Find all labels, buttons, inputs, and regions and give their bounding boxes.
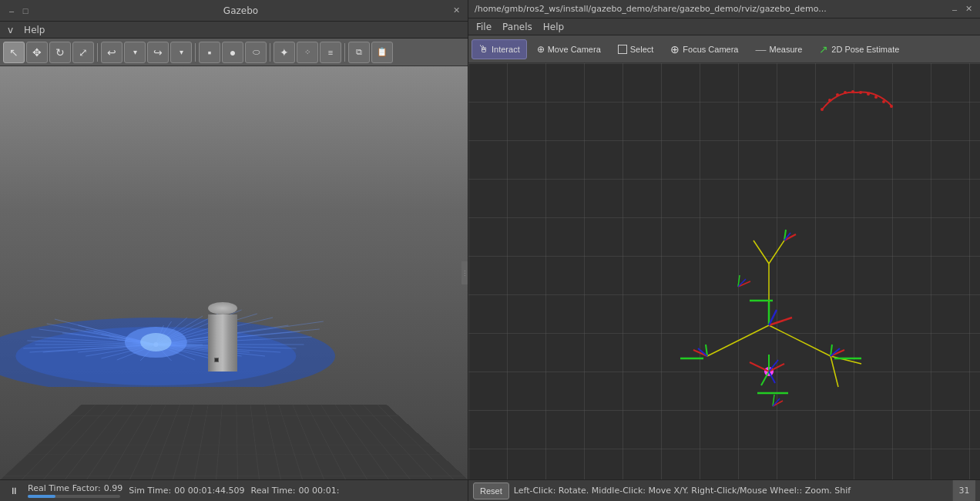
measure-icon: — [755, 43, 766, 55]
gazebo-tool-sun[interactable]: ✦ [274, 42, 295, 63]
gazebo-tool-redo[interactable]: ↪ [147, 42, 169, 63]
focus-camera-icon: ⊕ [670, 43, 680, 55]
gazebo-maximize-button[interactable]: □ [20, 5, 31, 16]
sim-time-label: Sim Time: [129, 486, 171, 496]
rviz-tool-2d-pose[interactable]: ↗ 2D Pose Estimate [812, 39, 906, 59]
rviz-robot-frame [661, 217, 877, 433]
gazebo-menu-view[interactable]: v [3, 23, 18, 37]
svg-point-58 [836, 93, 839, 96]
rviz-toolbar: 🖱 Interact ⊕ Move Camera Select ⊕ Focus … [468, 35, 980, 63]
rviz-reset-button[interactable]: Reset [473, 483, 509, 499]
toolbar-separator-2 [195, 43, 196, 62]
gazebo-tool-undo[interactable]: ↩ [101, 42, 123, 63]
svg-point-60 [851, 90, 854, 93]
progress-bar [28, 495, 120, 498]
rviz-menubar: File Panels Help [468, 18, 980, 35]
sensor-origin [214, 358, 219, 362]
rviz-titlebar: /home/gmb/ros2_ws/install/gazebo_demo/sh… [468, 0, 980, 18]
rviz-panel: /home/gmb/ros2_ws/install/gazebo_demo/sh… [468, 0, 980, 501]
2d-pose-icon: ↗ [819, 43, 828, 55]
rviz-red-arc [818, 86, 895, 117]
rviz-viewport[interactable] [468, 63, 980, 479]
svg-line-69 [831, 356, 861, 364]
rviz-tool-interact[interactable]: 🖱 Interact [472, 39, 527, 59]
gazebo-tool-sphere[interactable]: ● [222, 42, 243, 63]
real-time-label: Real Time: [251, 486, 296, 496]
gazebo-tool-rotate[interactable]: ↻ [49, 42, 71, 63]
rviz-menu-file[interactable]: File [472, 20, 496, 34]
gazebo-panel: – □ Gazebo ✕ v Help ↖ ✥ ↻ ⤢ ↩ ▾ ↪ ▾ ▪ ● … [0, 0, 468, 501]
rviz-menu-panels[interactable]: Panels [498, 20, 537, 34]
rviz-minimize-button[interactable]: – [949, 4, 960, 15]
gazebo-tool-hatch[interactable]: ≡ [320, 42, 341, 63]
gazebo-3d-scene[interactable] [0, 66, 468, 479]
sim-time-value: 00 00:01:44.509 [174, 486, 244, 496]
gazebo-tool-select[interactable]: ↖ [3, 42, 25, 63]
svg-point-62 [867, 92, 870, 96]
rviz-tool-move-camera[interactable]: ⊕ Move Camera [530, 39, 608, 59]
svg-point-56 [821, 108, 824, 111]
gazebo-tool-redo-arrow[interactable]: ▾ [170, 42, 192, 63]
gazebo-pause-button[interactable]: ⏸ [6, 483, 22, 499]
2d-pose-label: 2D Pose Estimate [831, 45, 899, 54]
svg-point-59 [844, 91, 847, 94]
rviz-tool-select[interactable]: Select [611, 39, 661, 59]
focus-camera-label: Focus Camera [683, 45, 738, 54]
interact-label: Interact [492, 45, 520, 54]
svg-line-66 [769, 325, 831, 356]
toolbar-separator-1 [97, 43, 98, 62]
gazebo-tool-particles[interactable]: ⁘ [297, 42, 318, 63]
rviz-tool-focus-camera[interactable]: ⊕ Focus Camera [663, 39, 745, 59]
gazebo-tool-paste[interactable]: 📋 [371, 42, 393, 63]
svg-point-61 [859, 91, 862, 94]
svg-point-63 [874, 96, 878, 99]
svg-point-55 [140, 333, 171, 351]
svg-line-70 [831, 356, 838, 387]
panel-resize-handle[interactable]: ⋮ [461, 261, 468, 284]
gazebo-tool-undo-arrow[interactable]: ▾ [124, 42, 146, 63]
gazebo-tool-copy[interactable]: ⧉ [348, 42, 370, 63]
gazebo-close-button[interactable]: ✕ [451, 5, 461, 16]
gazebo-minimize-button[interactable]: – [6, 5, 17, 16]
select-label: Select [630, 45, 654, 54]
rviz-tool-measure[interactable]: — Measure [748, 39, 809, 59]
svg-point-65 [890, 105, 893, 108]
gazebo-floor-grid [0, 405, 468, 479]
interact-icon: 🖱 [478, 43, 488, 55]
gazebo-tool-translate[interactable]: ✥ [26, 42, 48, 63]
measure-label: Measure [769, 45, 802, 54]
cylinder-top [208, 302, 237, 314]
gazebo-robot-cylinder [208, 302, 237, 372]
rviz-3d-scene[interactable] [468, 63, 980, 479]
gazebo-menu-help[interactable]: Help [19, 23, 49, 37]
rviz-fps-counter: 31 [952, 480, 975, 501]
gazebo-title: Gazebo [31, 5, 451, 16]
rviz-path: /home/gmb/ros2_ws/install/gazebo_demo/sh… [475, 4, 949, 14]
gazebo-viewport[interactable]: ⋮ [0, 66, 468, 479]
rviz-close-button[interactable]: ✕ [963, 4, 974, 15]
move-camera-label: Move Camera [548, 45, 601, 54]
svg-line-72 [753, 240, 769, 264]
progress-fill [28, 495, 55, 498]
rviz-statusbar: Reset Left-Click: Rotate. Middle-Click: … [468, 479, 980, 501]
svg-line-71 [769, 240, 784, 264]
gazebo-tool-scale[interactable]: ⤢ [72, 42, 94, 63]
gazebo-tool-box[interactable]: ▪ [199, 42, 220, 63]
select-icon [618, 45, 627, 54]
gazebo-toolbar: ↖ ✥ ↻ ⤢ ↩ ▾ ↪ ▾ ▪ ● ⬭ ✦ ⁘ ≡ ⧉ 📋 [0, 39, 468, 66]
svg-point-57 [828, 99, 831, 102]
svg-line-67 [707, 325, 769, 356]
toolbar-separator-3 [270, 43, 270, 62]
cylinder-body [208, 314, 237, 372]
gazebo-tool-cylinder[interactable]: ⬭ [245, 42, 267, 63]
rviz-status-instructions: Left-Click: Rotate. Middle-Click: Move X… [514, 486, 948, 496]
real-time-value: 00 00:01: [298, 486, 339, 496]
svg-point-64 [882, 100, 885, 103]
real-time-factor-value: 0.99 [104, 483, 123, 493]
gazebo-menubar: v Help [0, 22, 468, 39]
real-time-factor-label: Real Time Factor: [28, 483, 101, 493]
rviz-menu-help[interactable]: Help [539, 20, 569, 34]
svg-line-97 [738, 281, 750, 287]
svg-line-94 [750, 362, 769, 372]
toolbar-separator-4 [344, 43, 345, 62]
